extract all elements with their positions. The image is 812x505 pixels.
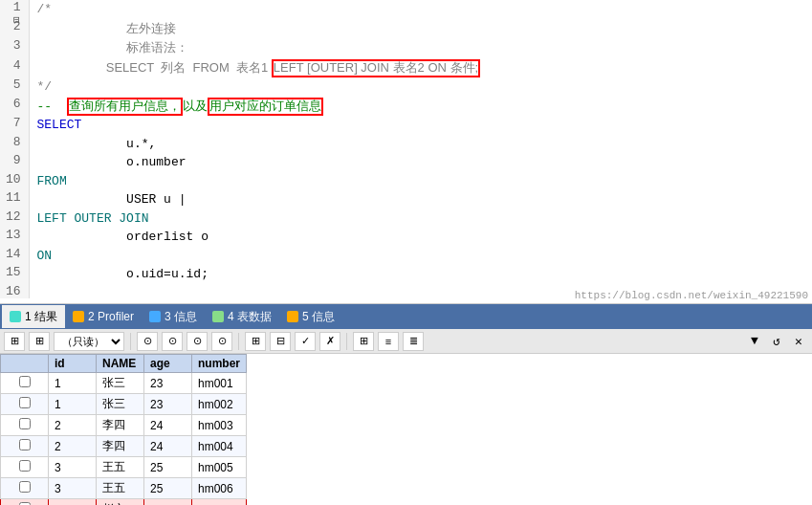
- toolbar-add-btn[interactable]: ⊞: [245, 332, 266, 351]
- table-row[interactable]: 4赵六26(NULL): [1, 499, 247, 506]
- row-checkbox[interactable]: [1, 436, 49, 457]
- toolbar-view3-btn[interactable]: ≣: [403, 332, 424, 351]
- column-header: NAME: [97, 355, 144, 373]
- code-table: 1/*2 左外连接3 标准语法：4 SELECT 列名 FROM 表名1 LEF…: [0, 0, 812, 298]
- line-content: USER u |: [29, 190, 812, 209]
- line-number: 8: [0, 135, 29, 154]
- toolbar-cancel-btn[interactable]: ✗: [319, 332, 340, 351]
- info-icon: [149, 311, 161, 322]
- toolbar-export-btn[interactable]: ⊞: [4, 332, 25, 351]
- toolbar-right: ▼ ↺ ✕: [745, 332, 808, 351]
- table-cell: 李四: [97, 415, 144, 436]
- refresh-icon[interactable]: ↺: [767, 332, 786, 351]
- column-header: age: [144, 355, 192, 373]
- tab-label: 2 Profiler: [88, 310, 134, 323]
- table-icon: [10, 311, 21, 322]
- lightning-icon: [287, 311, 298, 322]
- toolbar: ⊞ ⊞ （只读） ⊙ ⊙ ⊙ ⊙ ⊞ ⊟ ✓ ✗ ⊞ ≡ ≣ ▼ ↺ ✕: [0, 329, 812, 354]
- table-cell: 25: [144, 478, 192, 499]
- line-content: o.uid=u.id;: [29, 265, 812, 284]
- code-editor[interactable]: ⊟ 1/*2 左外连接3 标准语法：4 SELECT 列名 FROM 表名1 L…: [0, 0, 812, 304]
- line-number: 12: [0, 209, 29, 229]
- line-content: u.*,: [29, 135, 812, 154]
- toolbar-view-btn[interactable]: ⊞: [353, 332, 374, 351]
- column-header: [1, 355, 49, 373]
- table-cell: 2: [49, 436, 97, 457]
- table-cell: 3: [49, 457, 97, 478]
- table-cell: 赵六: [97, 499, 144, 506]
- row-checkbox[interactable]: [1, 394, 49, 415]
- row-checkbox[interactable]: [1, 457, 49, 478]
- table-cell: 24: [144, 436, 192, 457]
- table-cell: hm001: [192, 373, 247, 394]
- line-content: SELECT 列名 FROM 表名1 LEFT [OUTER] JOIN 表名2…: [29, 58, 812, 78]
- table-row[interactable]: 3王五25hm005: [1, 457, 247, 478]
- table-cell: hm002: [192, 394, 247, 415]
- toolbar-sep-1: [130, 333, 131, 350]
- tab-profiler[interactable]: 2 Profiler: [65, 305, 142, 328]
- bottom-panel: 1 结果2 Profiler3 信息4 表数据5 信息 ⊞ ⊞ （只读） ⊙ ⊙…: [0, 304, 812, 505]
- table-cell: (NULL): [192, 499, 247, 506]
- line-content: 左外连接: [29, 19, 812, 39]
- line-number: 11: [0, 190, 29, 209]
- table-cell: 4: [49, 499, 97, 506]
- line-content: LEFT OUTER JOIN: [29, 209, 812, 229]
- filter-icon[interactable]: ▼: [745, 332, 764, 351]
- tab-label: 3 信息: [165, 309, 197, 325]
- line-content: FROM: [29, 172, 812, 191]
- toolbar-grid-btn[interactable]: ⊞: [29, 332, 50, 351]
- line-number: 13: [0, 228, 29, 247]
- table-cell: 24: [144, 415, 192, 436]
- tab-bar: 1 结果2 Profiler3 信息4 表数据5 信息: [0, 304, 812, 329]
- tab-info[interactable]: 3 信息: [142, 305, 205, 328]
- column-header: number: [192, 355, 247, 373]
- chart-icon: [73, 311, 84, 322]
- table-row[interactable]: 1张三23hm001: [1, 373, 247, 394]
- line-number: 9: [0, 153, 29, 172]
- line-content: o.number: [29, 153, 812, 172]
- table-cell: 26: [144, 499, 192, 506]
- row-checkbox[interactable]: [1, 478, 49, 499]
- table-cell: hm004: [192, 436, 247, 457]
- table-area[interactable]: idNAMEagenumber 1张三23hm0011张三23hm0022李四2…: [0, 354, 812, 505]
- table-cell: 张三: [97, 394, 144, 415]
- table-cell: 2: [49, 415, 97, 436]
- table-cell: 张三: [97, 373, 144, 394]
- toolbar-sep-2: [238, 333, 239, 350]
- table-row[interactable]: 3王五25hm006: [1, 478, 247, 499]
- table-cell: 王五: [97, 457, 144, 478]
- toolbar-prev-btn[interactable]: ⊙: [162, 332, 183, 351]
- toolbar-view2-btn[interactable]: ≡: [378, 332, 399, 351]
- tab-results[interactable]: 1 结果: [2, 305, 65, 328]
- line-number: 16: [0, 284, 29, 298]
- grid-icon: [212, 311, 224, 322]
- line-content: -- 查询所有用户信息，以及用户对应的订单信息: [29, 97, 812, 117]
- toolbar-last-btn[interactable]: ⊙: [211, 332, 232, 351]
- table-cell: 王五: [97, 478, 144, 499]
- table-cell: hm006: [192, 478, 247, 499]
- tab-label: 1 结果: [25, 309, 57, 325]
- tab-label: 4 表数据: [228, 309, 272, 325]
- column-header: id: [49, 355, 97, 373]
- line-content: ON: [29, 247, 812, 266]
- table-row[interactable]: 2李四24hm003: [1, 415, 247, 436]
- table-row[interactable]: 2李四24hm004: [1, 436, 247, 457]
- watermark: https://blog.csdn.net/weixin_49221590: [575, 290, 808, 301]
- row-checkbox[interactable]: [1, 499, 49, 506]
- toolbar-next-btn[interactable]: ⊙: [187, 332, 208, 351]
- table-row[interactable]: 1张三23hm002: [1, 394, 247, 415]
- tab-tabledata[interactable]: 4 表数据: [205, 305, 279, 328]
- close-icon[interactable]: ✕: [789, 332, 808, 351]
- line-number: 4: [0, 58, 29, 78]
- line-content: SELECT: [29, 116, 812, 135]
- table-cell: 23: [144, 373, 192, 394]
- line-content: */: [29, 77, 812, 97]
- toolbar-first-btn[interactable]: ⊙: [137, 332, 158, 351]
- toolbar-confirm-btn[interactable]: ✓: [295, 332, 316, 351]
- line-number: 3: [0, 38, 29, 58]
- tab-info2[interactable]: 5 信息: [279, 305, 342, 328]
- row-checkbox[interactable]: [1, 373, 49, 394]
- readonly-select[interactable]: （只读）: [54, 332, 124, 351]
- row-checkbox[interactable]: [1, 415, 49, 436]
- toolbar-del-btn[interactable]: ⊟: [270, 332, 291, 351]
